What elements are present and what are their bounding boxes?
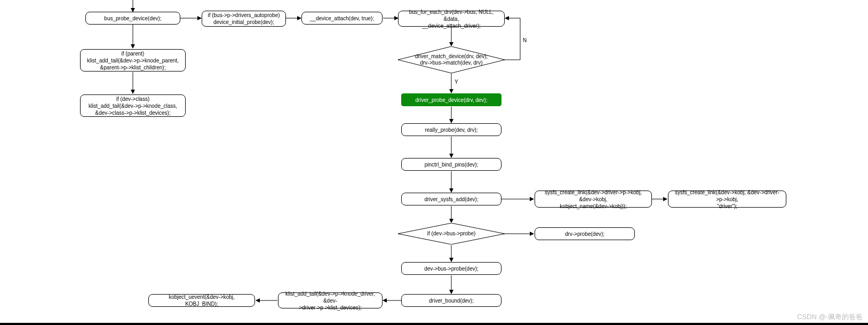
node-kobject-uevent: kobject_uevent(&dev->kobj, KOBJ_BIND);	[148, 294, 255, 307]
node-driver-probe: driver_probe_device(drv, dev);	[401, 93, 501, 106]
node-label: driver_probe_device(drv, dev);	[416, 97, 488, 104]
node-drv-probe: drv->probe(dev);	[535, 227, 635, 240]
node-label: driver_sysfs_add(dev);	[424, 196, 478, 203]
decision-driver-match: driver_match_device(drv, dev); drv->bus-…	[398, 46, 505, 73]
node-label: if (parent) klist_add_tail(&dev->p->knod…	[87, 50, 179, 71]
decision-label: if (dev->bus->probe)	[427, 231, 476, 237]
node-label: klist_add_tail(&dev->p->knode_driver, &d…	[283, 290, 378, 311]
node-label: if (bus->p->drivers_autoprobe) device_in…	[208, 12, 280, 26]
node-label: pinctrl_bind_pins(dev);	[425, 161, 479, 168]
node-bus-probe: bus_probe_device(dev);	[85, 12, 180, 25]
node-label: bus_for_each_drv(dev->bus, NULL, &data, …	[403, 9, 500, 29]
node-driver-bound: driver_bound(dev);	[401, 294, 501, 307]
node-autoprobe: if (bus->p->drivers_autoprobe) device_in…	[202, 11, 286, 27]
node-label: sysfs_create_link(&dev->kobj, &dev->driv…	[673, 189, 782, 210]
node-if-class: if (dev->class) klist_add_tail(&dev->p->…	[80, 94, 186, 117]
node-device-attach: __device_attach(dev, true);	[301, 12, 383, 25]
node-klist-add: klist_add_tail(&dev->p->knode_driver, &d…	[278, 292, 383, 308]
node-if-parent: if (parent) klist_add_tail(&dev->p->knod…	[80, 49, 186, 72]
edge-label-yes: Y	[455, 79, 458, 85]
node-sysfs-link2: sysfs_create_link(&dev->kobj, &dev->driv…	[668, 191, 786, 208]
edge-label-no: N	[523, 37, 527, 43]
node-label: driver_bound(dev);	[429, 297, 474, 304]
node-dev-bus-probe: dev->bus->probe(dev);	[401, 262, 501, 275]
node-sysfs-add: driver_sysfs_add(dev);	[401, 193, 501, 205]
watermark: CSDN @-佩奇的爸爸	[797, 312, 863, 322]
node-label: bus_probe_device(dev);	[104, 15, 161, 22]
node-pinctrl: pinctrl_bind_pins(dev);	[401, 158, 501, 171]
node-label: drv->probe(dev);	[565, 231, 604, 237]
node-label: kobject_uevent(&dev->kobj, KOBJ_BIND);	[153, 294, 250, 307]
node-sysfs-link1: sysfs_create_link(&dev->driver->p->kobj,…	[535, 191, 652, 208]
node-label: if (dev->class) klist_add_tail(&dev->p->…	[89, 96, 177, 116]
node-label: dev->bus->probe(dev);	[424, 265, 479, 272]
node-label: __device_attach(dev, true);	[310, 15, 374, 22]
node-bus-for-each: bus_for_each_drv(dev->bus, NULL, &data, …	[398, 11, 505, 27]
decision-label: driver_match_device(drv, dev); drv->bus-…	[415, 53, 488, 66]
decision-bus-probe: if (dev->bus->probe)	[398, 223, 505, 244]
node-label: sysfs_create_link(&dev->driver->p->kobj,…	[539, 189, 647, 210]
node-label: really_probe(dev, drv);	[425, 126, 477, 133]
node-really-probe: really_probe(dev, drv);	[401, 123, 501, 136]
bottom-border	[0, 323, 868, 325]
